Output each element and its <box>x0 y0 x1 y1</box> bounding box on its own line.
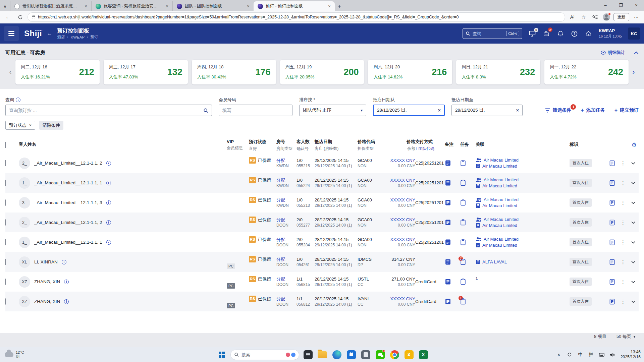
assign-room-link[interactable]: 分配 <box>276 296 297 302</box>
tasks-clipboard-icon[interactable] <box>460 298 476 305</box>
tab-close-icon[interactable]: × <box>164 4 170 9</box>
file-explorer-icon[interactable] <box>317 349 328 360</box>
query-input[interactable] <box>9 108 201 113</box>
column-header[interactable]: 客人数 ↑ 确认号 <box>297 139 315 152</box>
availability-card[interactable]: 周四, 12月 18 入住率 30.43% 176 <box>192 60 276 84</box>
price-value[interactable]: XXXXX CNY <box>386 296 415 302</box>
search-icon[interactable] <box>203 108 208 113</box>
tasks-clipboard-icon[interactable] <box>460 259 476 265</box>
assign-room-link[interactable]: 分配 <box>276 217 297 223</box>
linked-profile-link[interactable]: Air Macau Limited <box>476 203 570 208</box>
assign-room-link[interactable]: 分配 <box>276 177 297 183</box>
url-text[interactable]: https://cn1.web.ep.shiji.world/individua… <box>38 15 561 19</box>
guest-name-link[interactable]: _Air_Macau_Limited__12.1-1.1, 2 <box>34 220 102 225</box>
column-header[interactable]: 标识 ↑ <box>570 141 600 148</box>
column-header[interactable]: 价格 ↑ 余额 <box>386 139 415 152</box>
column-header[interactable]: 预订状态 ↑ 喜好 <box>249 139 276 152</box>
price-value[interactable]: XXXXX CNY <box>386 197 415 203</box>
price-value[interactable]: 314.27 CNY <box>386 256 415 262</box>
notepad-icon[interactable] <box>302 349 314 360</box>
expand-row-chevron-icon[interactable] <box>631 281 635 283</box>
clear-icon[interactable]: × <box>516 108 519 113</box>
column-header[interactable]: 价格代码 ↑ 担保类型 <box>358 139 386 152</box>
query-input-box[interactable] <box>5 105 212 116</box>
row-menu-icon[interactable]: ⋮ <box>621 180 626 186</box>
column-header[interactable]: 任务 ↑ <box>460 141 476 148</box>
guest-name-link[interactable]: ZHANG, XIN <box>34 299 60 304</box>
price-value[interactable]: XXXXX CNY <box>386 217 415 223</box>
row-menu-icon[interactable]: ⋮ <box>621 299 626 305</box>
reservation-row[interactable]: 1_ _Air_Macau_Limited__12.1-1.1, 1 RS已保留… <box>5 232 639 252</box>
profile-avatar[interactable] <box>602 13 611 21</box>
info-icon[interactable] <box>106 240 111 245</box>
row-checkbox[interactable] <box>5 160 6 166</box>
home-icon[interactable] <box>585 29 593 38</box>
guest-name-link[interactable]: _Air_Macau_Limited__12.1-1.1, 2 <box>34 161 102 166</box>
wechat-icon[interactable] <box>374 349 386 360</box>
row-menu-icon[interactable]: ⋮ <box>621 200 626 206</box>
linked-profile-link[interactable]: Air Macau Limited <box>476 177 570 183</box>
taskbar-clock[interactable]: 13:46 2025/12/16 <box>619 350 641 360</box>
status-filter-chip[interactable]: 预订状态 × <box>5 121 35 130</box>
store-icon[interactable] <box>345 349 357 360</box>
linked-profile-link[interactable]: ALFA LAVAL <box>476 259 570 265</box>
registration-card-icon[interactable] <box>609 279 615 285</box>
ime-language-indicator[interactable]: 中 <box>576 349 585 360</box>
back-icon[interactable]: ← <box>3 12 13 22</box>
carousel-next-icon[interactable]: › <box>629 60 639 84</box>
help-icon[interactable]: ? <box>571 29 579 38</box>
select-all-checkbox[interactable] <box>5 142 6 148</box>
row-checkbox[interactable] <box>5 199 6 206</box>
info-icon[interactable] <box>62 260 66 264</box>
carousel-prev-icon[interactable]: ‹ <box>5 60 15 84</box>
create-reservation-button[interactable]: + 建立预订 <box>614 107 639 113</box>
collapse-panel-icon[interactable] <box>634 51 639 54</box>
reservation-row[interactable]: XZ ZHANG, XIN PC RS已保留 分配 DOON 1/1 <box>5 272 639 292</box>
expand-row-chevron-icon[interactable] <box>631 182 635 184</box>
tasks-clipboard-icon[interactable] <box>460 219 476 226</box>
guest-name-link[interactable]: _Air_Macau_Limited__12.1-1.1, 3 <box>34 200 102 205</box>
tab-close-icon[interactable]: × <box>246 4 251 9</box>
assign-room-link[interactable]: 分配 <box>276 158 297 163</box>
registration-card-icon[interactable] <box>609 220 615 226</box>
tab-close-icon[interactable]: × <box>83 4 89 9</box>
per-page-select[interactable]: 50 每页 ▾ <box>616 334 635 340</box>
info-icon[interactable] <box>106 200 111 205</box>
guest-name-link[interactable]: _Air_Macau_Limited__12.1-1.1, 1 <box>34 180 102 185</box>
breadcrumb-property[interactable]: KWEAP <box>71 35 85 39</box>
row-checkbox[interactable] <box>5 298 6 305</box>
notes-icon[interactable] <box>445 239 460 245</box>
cashier-icon[interactable] <box>542 29 550 38</box>
row-menu-icon[interactable]: ⋮ <box>621 160 626 166</box>
notes-icon[interactable]: 1 <box>445 298 460 305</box>
tab-list-caret-icon[interactable]: ∨ <box>0 2 10 11</box>
start-button[interactable] <box>216 349 227 360</box>
calculator-icon[interactable] <box>360 349 371 360</box>
reservation-row[interactable]: 3_ _Air_Macau_Limited__12.1-1.1, 3 RS已保留… <box>5 193 639 213</box>
row-checkbox[interactable] <box>5 239 6 245</box>
add-task-button[interactable]: + 添加任务 <box>581 107 605 113</box>
filter-conditions-button[interactable]: 筛选条件 1 <box>545 107 571 113</box>
ime-pinyin-indicator[interactable]: 拼 <box>586 349 596 360</box>
new-tab-button[interactable]: + <box>335 2 344 11</box>
global-search[interactable]: Ctrl+/ <box>463 28 522 39</box>
column-header[interactable]: 支付方式 ↑ 团队代码 <box>415 139 445 152</box>
info-icon[interactable] <box>106 161 111 166</box>
detail-statistics-link[interactable]: 明细统计 <box>601 50 625 56</box>
tab-close-icon[interactable]: × <box>327 4 332 9</box>
registration-card-icon[interactable] <box>609 180 615 186</box>
clear-filters-button[interactable]: 清除条件 <box>39 121 63 130</box>
assign-room-link[interactable]: 分配 <box>276 256 297 262</box>
linked-profile-link[interactable]: Air Macau Limited <box>476 237 570 242</box>
reservation-row[interactable]: 1_ _Air_Macau_Limited__12.1-1.1, 1 RS已保留… <box>5 173 639 193</box>
browser-tab[interactable]: 旅客查询 - 紫楠旅馆业治安信息管 × <box>91 1 172 11</box>
browser-tab[interactable]: 预订 - 预订控制面板 × <box>254 1 335 11</box>
url-bar[interactable]: https://cn1.web.ep.shiji.world/individua… <box>28 12 565 22</box>
shiji-logo[interactable]: Shiji•••••• <box>24 29 42 38</box>
speaker-icon[interactable] <box>608 349 617 360</box>
sort-by-select[interactable]: 团队代码 正序 ▾ <box>299 105 366 116</box>
column-header[interactable]: 抵店日期 ↑ 离店 (房晚数) <box>315 139 358 152</box>
currency-app-icon[interactable]: ¥ <box>403 349 415 360</box>
header-back-icon[interactable]: ← <box>47 30 52 37</box>
notes-icon[interactable]: 2 <box>445 259 460 265</box>
